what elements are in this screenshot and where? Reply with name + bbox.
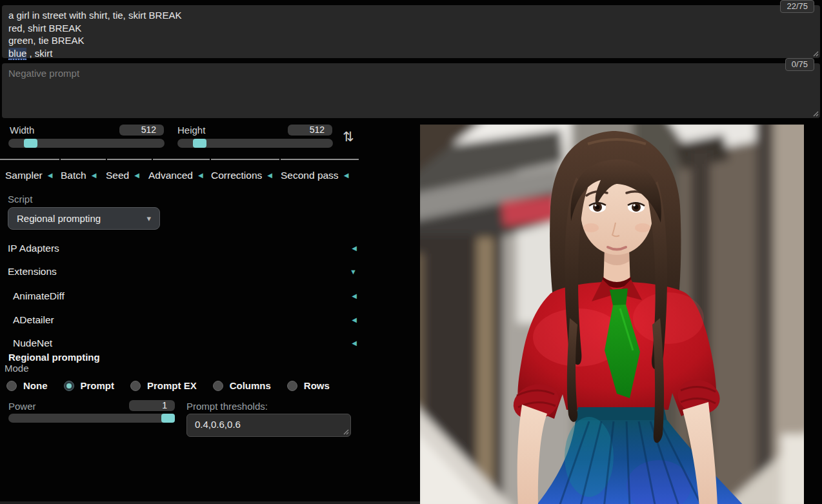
script-selected-value: Regional prompting xyxy=(17,213,101,224)
tab-label: Second pass xyxy=(281,170,339,181)
tab-divider xyxy=(211,159,279,160)
chevron-left-icon: ◀ xyxy=(267,172,272,179)
radio-prompt-ex[interactable]: Prompt EX xyxy=(130,380,197,391)
height-slider[interactable] xyxy=(177,139,333,148)
tab-divider xyxy=(0,159,59,160)
radio-label: Columns xyxy=(230,380,271,391)
power-slider-handle[interactable] xyxy=(161,414,175,423)
radio-prompt[interactable]: Prompt xyxy=(64,380,115,391)
prompt-input[interactable]: a girl in street with shirt, tie, skirt … xyxy=(2,5,820,58)
tab-label: Corrections xyxy=(211,170,262,181)
radio-label: Prompt EX xyxy=(147,380,197,391)
negative-prompt-input[interactable]: Negative prompt xyxy=(2,63,820,118)
chevron-down-icon: ▼ xyxy=(350,268,357,275)
chevron-left-icon: ◀ xyxy=(198,172,203,179)
tab-divider xyxy=(61,159,106,160)
script-label: Script xyxy=(8,194,32,205)
prompt-line: a girl in street with shirt, tie, skirt … xyxy=(8,9,814,22)
radio-circle[interactable] xyxy=(6,381,17,391)
section-animatediff[interactable]: AnimateDiff ◀ xyxy=(13,290,357,302)
section-label: ADetailer xyxy=(13,314,54,326)
section-extensions[interactable]: Extensions ▼ xyxy=(8,266,357,277)
generated-image[interactable] xyxy=(420,125,804,504)
width-slider[interactable] xyxy=(8,139,165,148)
radio-circle[interactable] xyxy=(64,381,74,391)
tab-divider xyxy=(281,159,359,160)
radio-label: Prompt xyxy=(81,380,115,391)
section-label: NudeNet xyxy=(13,338,52,349)
negative-prompt-placeholder: Negative prompt xyxy=(8,68,79,79)
chevron-left-icon: ◀ xyxy=(352,340,357,347)
tab-divider xyxy=(107,159,152,160)
negative-token-counter: 0/75 xyxy=(785,58,814,71)
bottom-edge xyxy=(0,501,420,504)
chevron-left-icon: ◀ xyxy=(48,172,53,179)
tab-label: Batch xyxy=(61,170,86,181)
generated-image-canvas xyxy=(420,125,804,504)
power-label: Power xyxy=(8,401,36,412)
tab-label: Seed xyxy=(106,170,129,181)
height-slider-handle[interactable] xyxy=(193,139,206,148)
section-nudenet[interactable]: NudeNet ◀ xyxy=(13,338,357,349)
radio-label: Rows xyxy=(304,380,330,391)
chevron-left-icon: ◀ xyxy=(352,317,357,323)
tab-label: Advanced xyxy=(148,170,193,181)
section-adetailer[interactable]: ADetailer ◀ xyxy=(13,314,357,326)
prompt-line: red, shirt BREAK xyxy=(8,22,814,35)
app-window: a girl in street with shirt, tie, skirt … xyxy=(0,0,822,504)
section-label: AnimateDiff xyxy=(13,290,65,302)
radio-rows[interactable]: Rows xyxy=(287,380,330,391)
mode-label: Mode xyxy=(5,363,29,374)
height-value[interactable]: 512 xyxy=(288,125,332,136)
chevron-down-icon: ▾ xyxy=(146,214,151,223)
power-slider[interactable] xyxy=(8,414,175,423)
thresholds-input[interactable]: 0.4,0.6,0.6 xyxy=(186,414,351,437)
radio-none[interactable]: None xyxy=(6,380,48,391)
radio-circle[interactable] xyxy=(130,381,141,391)
resize-handle-icon[interactable] xyxy=(813,111,819,117)
mode-radio-group: None Prompt Prompt EX Columns Rows xyxy=(6,380,330,391)
regional-prompting-title: Regional prompting xyxy=(8,352,100,363)
prompt-line: blue , skirt xyxy=(8,47,814,60)
width-slider-handle[interactable] xyxy=(24,139,37,148)
prompt-line: green, tie BREAK xyxy=(8,34,814,47)
tab-advanced[interactable]: Advanced◀ xyxy=(148,170,203,181)
thresholds-label: Prompt thresholds: xyxy=(186,401,268,412)
tab-divider xyxy=(153,159,210,160)
width-value[interactable]: 512 xyxy=(119,125,164,136)
chevron-left-icon: ◀ xyxy=(92,172,97,179)
chevron-left-icon: ◀ xyxy=(344,172,349,179)
radio-columns[interactable]: Columns xyxy=(213,380,271,391)
tab-batch[interactable]: Batch◀ xyxy=(61,170,96,181)
tab-sampler[interactable]: Sampler◀ xyxy=(5,170,52,181)
height-label: Height xyxy=(177,125,205,136)
radio-circle[interactable] xyxy=(287,381,297,391)
underlined-word: blue xyxy=(8,48,26,60)
chevron-left-icon: ◀ xyxy=(352,245,357,252)
resize-handle-icon[interactable] xyxy=(813,51,819,57)
swap-dimensions-icon[interactable]: ⇅ xyxy=(343,129,353,145)
radio-label: None xyxy=(23,380,48,391)
tab-corrections[interactable]: Corrections◀ xyxy=(211,170,272,181)
prompt-line-rest: , skirt xyxy=(26,48,52,59)
thresholds-value: 0.4,0.6,0.6 xyxy=(195,419,241,430)
width-label: Width xyxy=(10,125,34,136)
section-ip-adapters[interactable]: IP Adapters ◀ xyxy=(8,243,357,254)
power-value[interactable]: 1 xyxy=(129,400,175,411)
tab-second-pass[interactable]: Second pass◀ xyxy=(281,170,348,181)
chevron-left-icon: ◀ xyxy=(352,293,357,299)
radio-circle[interactable] xyxy=(213,381,223,391)
prompt-token-counter: 22/75 xyxy=(780,0,814,13)
resize-handle-icon[interactable] xyxy=(343,429,349,435)
section-label: IP Adapters xyxy=(8,243,59,254)
tab-seed[interactable]: Seed◀ xyxy=(106,170,139,181)
tab-label: Sampler xyxy=(5,170,43,181)
section-label: Extensions xyxy=(8,266,57,277)
chevron-left-icon: ◀ xyxy=(134,172,139,179)
script-dropdown[interactable]: Regional prompting ▾ xyxy=(8,207,160,230)
